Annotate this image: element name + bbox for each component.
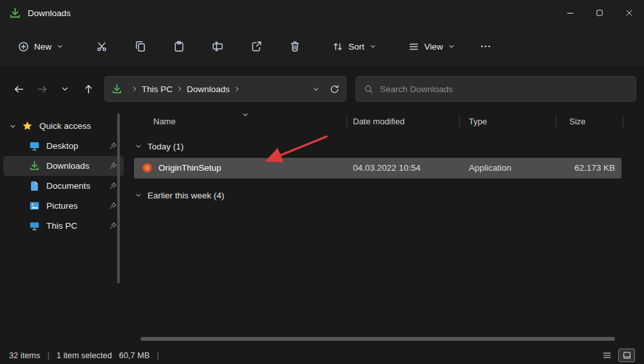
arrow-left-icon [14,84,24,95]
chevron-down-icon [135,143,142,149]
search-input[interactable] [380,84,628,94]
star-icon [22,120,33,131]
trash-icon [289,41,301,52]
recent-locations-button[interactable] [54,78,76,100]
details-view-icon [602,350,612,360]
column-header-date-modified[interactable]: Date modified [353,117,404,126]
sidebar-item-label: Quick access [39,121,91,131]
up-button[interactable] [77,78,99,100]
more-button[interactable] [471,34,500,59]
sidebar-item-label: Documents [46,181,90,191]
arrow-right-icon [37,84,48,95]
column-headers: Name Date modified Type Size [129,110,644,133]
sort-label: Sort [348,42,365,52]
share-icon [251,41,262,52]
chevron-right-icon [174,86,185,92]
column-divider[interactable] [623,115,623,128]
view-icon [408,41,419,52]
paste-button[interactable] [165,34,193,59]
pin-icon [109,202,117,210]
copy-button[interactable] [126,34,155,59]
column-header-size[interactable]: Size [569,117,585,126]
computer-icon [29,220,40,231]
group-header-today[interactable]: Today (1) [129,138,644,155]
file-list-area: Name Date modified Type Size Today (1) O… [129,110,644,347]
forward-button[interactable] [31,78,53,100]
chevron-down-icon [57,43,63,50]
maximize-button[interactable] [585,0,614,26]
file-date-modified: 04.03.2022 10:54 [353,163,421,173]
file-row-originthinsetup[interactable]: OriginThinSetup 04.03.2022 10:54 Applica… [134,158,621,178]
search-icon [364,84,374,94]
cut-button[interactable] [88,34,116,59]
window-controls [555,0,644,26]
pictures-icon [29,200,40,211]
column-divider[interactable] [346,115,347,128]
sidebar-item-pictures[interactable]: Pictures [3,196,124,216]
group-header-earlier-this-week[interactable]: Earlier this week (4) [129,187,644,204]
chevron-down-icon [61,85,69,93]
sidebar-item-label: Desktop [46,141,79,151]
items-count: 32 items [9,350,40,360]
breadcrumb-downloads[interactable]: Downloads [185,84,231,94]
breadcrumb-this-pc[interactable]: This PC [140,84,174,94]
view-toggles [598,349,635,362]
refresh-icon[interactable] [330,84,339,94]
large-icons-view-button[interactable] [618,349,635,362]
address-dropdown-icon[interactable] [312,86,319,93]
chevron-down-icon [10,123,16,129]
delete-button[interactable] [281,34,309,59]
desktop-icon [29,140,40,151]
sidebar-item-quick-access[interactable]: Quick access [3,116,124,136]
downloads-icon [111,84,122,95]
large-icons-view-icon [622,350,632,360]
more-icon [480,41,491,52]
statusbar-separator: | [47,350,49,360]
statusbar-separator: | [156,350,158,360]
plus-circle-icon [18,41,29,52]
file-size: 62.173 KB [574,163,615,173]
sort-button[interactable]: Sort [326,35,383,58]
minimize-button[interactable] [555,0,585,26]
horizontal-scrollbar[interactable] [140,337,615,341]
view-button[interactable]: View [402,35,461,58]
new-button[interactable]: New [10,35,71,58]
sidebar-item-label: This PC [46,221,77,231]
chevron-down-icon [370,43,376,50]
file-name: OriginThinSetup [158,163,222,173]
command-bar: New Sort [0,26,644,68]
back-button[interactable] [8,78,30,100]
details-view-button[interactable] [598,349,615,362]
address-bar[interactable]: This PC Downloads [104,76,346,102]
rename-button[interactable] [204,34,232,59]
file-explorer-window: Downloads New [0,0,644,364]
sidebar: Quick access Desktop Downloads Doc [0,110,127,347]
documents-icon [29,180,40,191]
chevron-down-icon [135,192,142,198]
sidebar-item-this-pc[interactable]: This PC [3,216,124,236]
column-divider[interactable] [556,115,556,128]
sidebar-scrollbar[interactable] [117,113,120,283]
share-button[interactable] [242,34,270,59]
group-label: Earlier this week (4) [147,191,224,200]
pin-icon [109,162,117,170]
column-divider[interactable] [459,115,460,128]
file-type: Application [469,163,511,173]
downloads-icon [29,160,40,171]
status-bar: 32 items | 1 item selected 60,7 MB | [0,347,644,364]
sort-direction-icon[interactable] [242,110,249,120]
column-header-type[interactable]: Type [469,117,487,126]
sidebar-item-documents[interactable]: Documents [3,176,124,196]
sidebar-item-downloads[interactable]: Downloads [3,156,124,176]
sidebar-item-label: Pictures [46,201,78,211]
close-button[interactable] [614,0,644,26]
sidebar-item-desktop[interactable]: Desktop [3,136,124,156]
pin-icon [109,142,117,150]
group-label: Today (1) [147,142,184,151]
pin-icon [109,182,117,190]
selection-count: 1 item selected [57,350,112,360]
column-header-name[interactable]: Name [153,117,176,126]
paste-icon [173,41,185,52]
chevron-right-icon [231,86,243,92]
arrow-up-icon [83,84,94,95]
